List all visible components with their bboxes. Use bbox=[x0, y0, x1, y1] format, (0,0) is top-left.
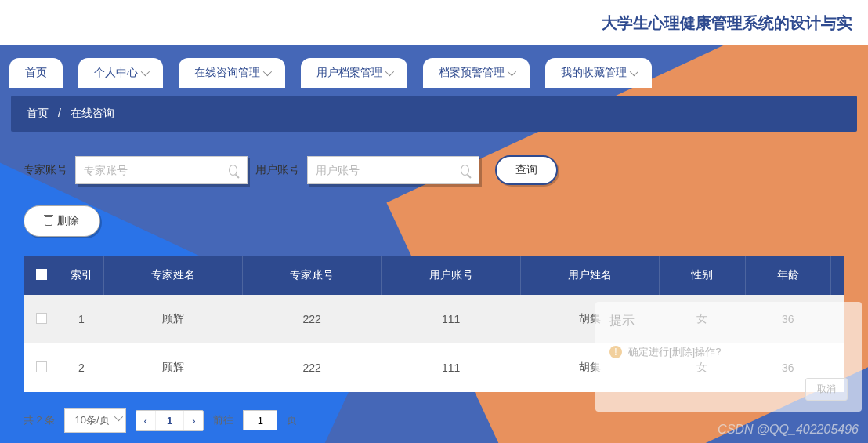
delete-button[interactable]: 删除 bbox=[24, 205, 100, 237]
col-expert-acc: 专家账号 bbox=[242, 256, 381, 295]
col-user-name: 用户姓名 bbox=[520, 256, 659, 295]
total-count: 共 2 条 bbox=[24, 413, 55, 427]
nav-bar: 首页 个人中心 在线咨询管理 用户档案管理 档案预警管理 我的收藏管理 bbox=[0, 45, 868, 96]
select-all-checkbox[interactable] bbox=[36, 269, 47, 280]
user-account-input-wrap bbox=[307, 156, 479, 184]
prev-page-button[interactable]: ‹ bbox=[136, 411, 156, 430]
dialog-cancel-button[interactable]: 取消 bbox=[805, 378, 848, 401]
nav-home[interactable]: 首页 bbox=[9, 58, 63, 88]
nav-profile[interactable]: 个人中心 bbox=[78, 58, 163, 88]
query-button[interactable]: 查询 bbox=[495, 155, 558, 185]
trash-icon bbox=[45, 216, 52, 226]
nav-user-archive[interactable]: 用户档案管理 bbox=[301, 58, 407, 88]
jump-unit: 页 bbox=[287, 413, 297, 427]
filter-bar: 专家账号 用户账号 查询 bbox=[24, 155, 844, 185]
chevron-down-icon bbox=[385, 67, 394, 76]
nav-consult[interactable]: 在线咨询管理 bbox=[179, 58, 285, 88]
warning-icon: ! bbox=[609, 346, 622, 358]
breadcrumb: 首页 / 在线咨询 bbox=[11, 96, 857, 132]
cell-expert-name: 顾辉 bbox=[103, 343, 242, 392]
cell-expert-acc: 222 bbox=[242, 295, 381, 343]
chevron-down-icon bbox=[114, 412, 122, 421]
col-index: 索引 bbox=[60, 256, 103, 295]
confirm-dialog: 提示 ! 确定进行[删除]操作? 取消 bbox=[595, 302, 862, 412]
header: 大学生心理健康管理系统的设计与实 bbox=[0, 0, 868, 45]
cell-user-acc: 111 bbox=[382, 343, 520, 392]
col-gender: 性别 bbox=[660, 256, 745, 295]
nav-archive-warn[interactable]: 档案预警管理 bbox=[423, 58, 530, 88]
cell-expert-name: 顾辉 bbox=[103, 295, 242, 343]
cell-index: 2 bbox=[60, 343, 103, 392]
cell-user-acc: 111 bbox=[382, 295, 520, 343]
user-account-label: 用户账号 bbox=[255, 163, 299, 177]
jump-page-input[interactable] bbox=[243, 410, 277, 430]
expert-account-input[interactable] bbox=[76, 164, 229, 176]
chevron-down-icon bbox=[630, 67, 638, 76]
user-account-input[interactable] bbox=[308, 164, 461, 176]
jump-label: 前往 bbox=[213, 413, 233, 427]
expert-account-input-wrap bbox=[75, 156, 248, 184]
col-age: 年龄 bbox=[745, 256, 830, 295]
search-icon bbox=[461, 165, 469, 176]
chevron-down-icon bbox=[141, 67, 150, 76]
breadcrumb-home[interactable]: 首页 bbox=[27, 107, 49, 119]
search-icon bbox=[229, 165, 237, 176]
col-user-acc: 用户账号 bbox=[382, 256, 520, 295]
row-checkbox[interactable] bbox=[36, 313, 47, 324]
breadcrumb-current: 在线咨询 bbox=[71, 107, 114, 119]
dialog-title: 提示 bbox=[609, 313, 848, 329]
chevron-down-icon bbox=[508, 67, 516, 76]
chevron-down-icon bbox=[263, 67, 272, 76]
page-title: 大学生心理健康管理系统的设计与实 bbox=[602, 13, 852, 34]
row-checkbox[interactable] bbox=[36, 361, 47, 372]
col-expert-name: 专家姓名 bbox=[103, 256, 242, 295]
cell-expert-acc: 222 bbox=[242, 343, 381, 392]
dialog-message: 确定进行[删除]操作? bbox=[628, 345, 721, 359]
nav-favorites[interactable]: 我的收藏管理 bbox=[545, 58, 652, 88]
page-size-select[interactable]: 10条/页 bbox=[64, 408, 125, 433]
watermark: CSDN @QQ_402205496 bbox=[718, 423, 859, 437]
cell-index: 1 bbox=[60, 295, 103, 343]
expert-account-label: 专家账号 bbox=[24, 163, 67, 177]
next-page-button[interactable]: › bbox=[184, 411, 203, 430]
current-page[interactable]: 1 bbox=[156, 411, 184, 430]
